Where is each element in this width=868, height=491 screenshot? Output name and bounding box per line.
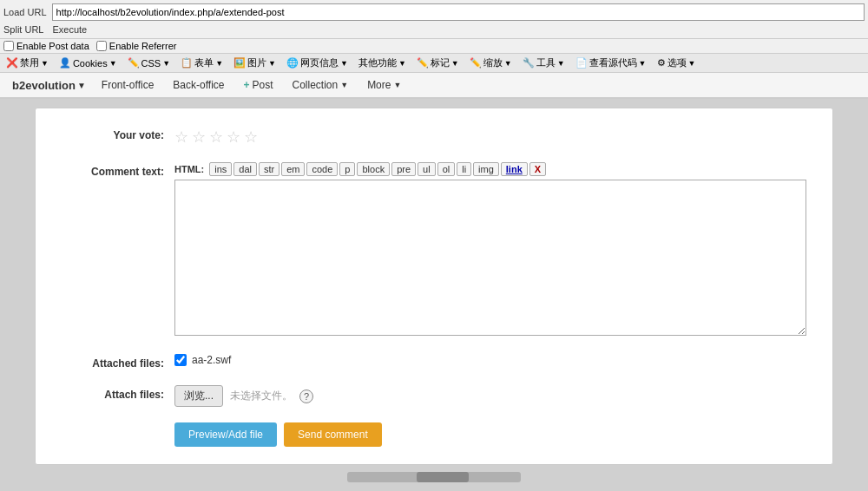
tb-btn-img[interactable]: img — [473, 162, 499, 176]
nav-item-frontoffice[interactable]: Front-office — [93, 75, 162, 95]
comment-toolbar: HTML: ins dal str em code p block pre ul… — [174, 162, 806, 176]
star-3[interactable]: ☆ — [209, 128, 223, 147]
attach-files-control: 浏览... 未选择文件。 ? — [174, 385, 806, 407]
star-1[interactable]: ☆ — [174, 128, 188, 147]
comment-textarea[interactable] — [174, 180, 806, 336]
tb-btn-code[interactable]: code — [306, 162, 338, 176]
action-buttons: Preview/Add file Send comment — [62, 422, 806, 447]
scroll-thumb[interactable] — [417, 472, 469, 482]
nav-item-backoffice[interactable]: Back-office — [164, 75, 233, 95]
enable-referrer-checkbox[interactable] — [96, 41, 107, 51]
html-label: HTML: — [174, 164, 204, 174]
tb-btn-ul[interactable]: ul — [418, 162, 436, 176]
comment-text-control: HTML: ins dal str em code p block pre ul… — [174, 162, 806, 338]
tb-btn-pre[interactable]: pre — [391, 162, 416, 176]
tb-btn-li[interactable]: li — [457, 162, 471, 176]
cn-toolbar-item-options[interactable]: ⚙ 选项 ▼ — [654, 56, 699, 70]
tb-btn-block[interactable]: block — [357, 162, 390, 176]
tb-btn-ol[interactable]: ol — [437, 162, 456, 176]
nav-item-more[interactable]: More ▼ — [358, 75, 410, 95]
nav-item-collection[interactable]: Collection ▼ — [284, 75, 358, 95]
cn-toolbar-item-disable[interactable]: ❌ 禁用 ▼ — [3, 56, 51, 70]
enable-post-data-checkbox[interactable] — [3, 41, 14, 51]
attached-file-checkbox[interactable] — [174, 354, 187, 366]
plus-icon: + — [243, 79, 249, 91]
cn-toolbar-item-css[interactable]: ✏️ CSS ▼ — [125, 56, 174, 69]
cn-toolbar-item-cookies[interactable]: 👤 Cookies ▼ — [56, 56, 120, 69]
cn-toolbar-item-viewsource[interactable]: 📄 查看源代码 ▼ — [573, 56, 649, 70]
scroll-bar-area — [9, 468, 859, 486]
attach-files-row: Attach files: 浏览... 未选择文件。 ? — [62, 385, 806, 407]
send-comment-button[interactable]: Send comment — [284, 422, 382, 447]
url-input[interactable] — [52, 3, 865, 21]
enable-post-data-label[interactable]: Enable Post data — [3, 41, 89, 51]
tb-btn-ins[interactable]: ins — [209, 162, 232, 176]
nav-brand[interactable]: b2evolution ▼ — [7, 79, 91, 92]
chevron-down-icon: ▼ — [393, 81, 401, 89]
cn-toolbar-item-zoom[interactable]: ✏️ 缩放 ▼ — [467, 56, 515, 70]
attached-file-item: aa-2.swf — [174, 354, 806, 366]
preview-add-file-button[interactable]: Preview/Add file — [174, 422, 277, 447]
tb-btn-em[interactable]: em — [281, 162, 305, 176]
attached-file-name: aa-2.swf — [192, 354, 231, 366]
cn-toolbar-item-forms[interactable]: 📋 表单 ▼ — [178, 56, 226, 70]
cn-toolbar-item-mark[interactable]: ✏️ 标记 ▼ — [414, 56, 462, 70]
nav-item-post[interactable]: + Post — [234, 75, 281, 95]
attached-files-label: Attached files: — [62, 354, 174, 370]
browse-button[interactable]: 浏览... — [174, 385, 223, 407]
your-vote-label: Your vote: — [62, 126, 174, 141]
attached-files-row: Attached files: aa-2.swf — [62, 354, 806, 370]
attached-files-control: aa-2.swf — [174, 354, 806, 366]
split-url-label: Split URL — [3, 24, 43, 35]
tb-btn-x[interactable]: X — [529, 162, 546, 176]
execute-label: Execute — [52, 24, 87, 35]
tb-btn-link[interactable]: link — [501, 162, 528, 176]
load-url-label: Load URL — [3, 7, 47, 17]
cn-toolbar-item-images[interactable]: 🖼️ 图片 ▼ — [231, 56, 279, 70]
help-icon[interactable]: ? — [299, 390, 313, 403]
no-file-selected: 未选择文件。 — [230, 389, 293, 403]
attach-files-label: Attach files: — [62, 385, 174, 401]
star-5[interactable]: ☆ — [244, 128, 258, 147]
star-rating[interactable]: ☆ ☆ ☆ ☆ ☆ — [174, 126, 806, 147]
cn-toolbar-item-pageinfo[interactable]: 🌐 网页信息 ▼ — [284, 56, 351, 70]
cn-toolbar-item-tools[interactable]: 🔧 工具 ▼ — [520, 56, 568, 70]
chevron-down-icon: ▼ — [340, 81, 348, 89]
star-2[interactable]: ☆ — [192, 128, 206, 147]
star-4[interactable]: ☆ — [227, 128, 240, 147]
tb-btn-p[interactable]: p — [339, 162, 355, 176]
scroll-track[interactable] — [347, 472, 521, 482]
cn-toolbar-item-other[interactable]: 其他功能 ▼ — [356, 56, 409, 70]
your-vote-row: Your vote: ☆ ☆ ☆ ☆ ☆ — [62, 126, 806, 147]
enable-referrer-label[interactable]: Enable Referrer — [96, 41, 177, 51]
comment-text-row: Comment text: HTML: ins dal str em code … — [62, 162, 806, 338]
tb-btn-dal[interactable]: dal — [233, 162, 257, 176]
tb-btn-str[interactable]: str — [259, 162, 279, 176]
comment-text-label: Comment text: — [62, 162, 174, 178]
